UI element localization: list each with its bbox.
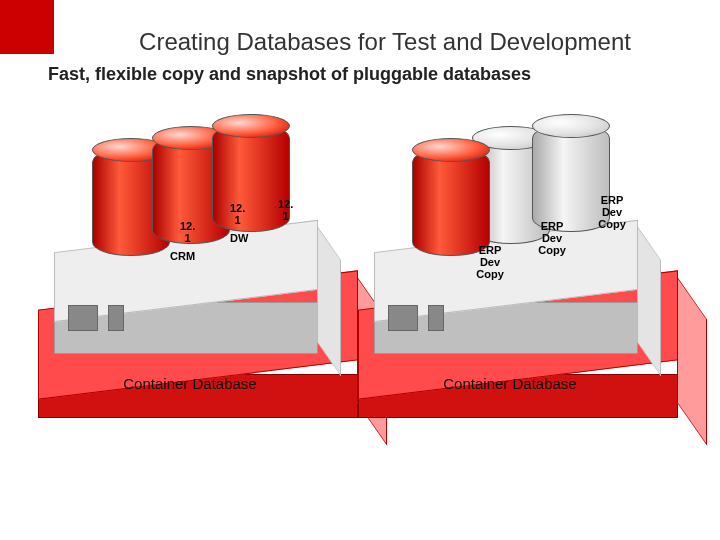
cyl-label: ERP Dev Copy bbox=[468, 244, 512, 280]
cyl-label: DW bbox=[230, 232, 248, 244]
cyl-label: ERP Dev Copy bbox=[590, 194, 634, 230]
container-caption: Container Database bbox=[380, 375, 640, 392]
page-subtitle: Fast, flexible copy and snapshot of plug… bbox=[0, 60, 720, 85]
cyl-label: ERP Dev Copy bbox=[530, 220, 574, 256]
deck-notch bbox=[388, 305, 418, 331]
cyl-sub: 12. 1 bbox=[230, 202, 245, 226]
deck-notch bbox=[108, 305, 124, 331]
deck-notch bbox=[68, 305, 98, 331]
brand-square bbox=[0, 0, 54, 54]
cyl-sub: 12. 1 bbox=[278, 198, 293, 222]
page-title: Creating Databases for Test and Developm… bbox=[0, 0, 720, 60]
cylinder-red bbox=[412, 148, 490, 256]
diagram-stage: CRM 12. 1 DW 12. 1 12. 1 Container Datab… bbox=[0, 120, 720, 520]
cyl-sub: 12. 1 bbox=[180, 220, 195, 244]
cyl-label: CRM bbox=[170, 250, 195, 262]
deck-notch bbox=[428, 305, 444, 331]
container-caption: Container Database bbox=[60, 375, 320, 392]
